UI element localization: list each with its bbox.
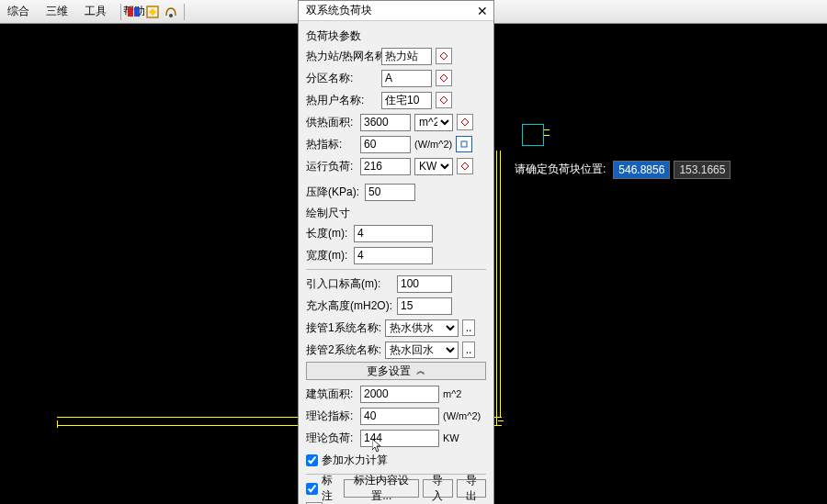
index-unit: (W/m^2): [414, 139, 452, 150]
hydraulic-checkbox[interactable]: [306, 454, 318, 466]
pick-station-icon[interactable]: [436, 48, 452, 64]
chevron-up-icon: ︽: [416, 364, 425, 377]
tindex-label: 理论指标:: [306, 409, 357, 424]
pipe2-more-icon[interactable]: ..: [462, 342, 475, 358]
tload-unit: KW: [443, 432, 459, 443]
toolbar: [118, 0, 187, 24]
svg-rect-1: [134, 7, 140, 17]
zone-input[interactable]: [381, 70, 432, 87]
dialog-titlebar[interactable]: 双系统负荷块 ✕: [299, 1, 493, 21]
prompt-label: 请确定负荷块位置:: [511, 160, 609, 179]
fill-label: 充水高度(mH2O):: [306, 298, 393, 314]
annotate-label: 标注: [322, 473, 340, 504]
index-label: 热指标:: [306, 137, 357, 152]
zone-label: 分区名称:: [306, 71, 378, 86]
tload-label: 理论负荷:: [306, 431, 357, 446]
area-input[interactable]: [360, 114, 411, 131]
divider-1: [306, 269, 486, 270]
toolbar-separator: [120, 4, 121, 20]
inlet-input[interactable]: [397, 275, 452, 293]
more-settings-button[interactable]: 更多设置 ︽: [306, 362, 486, 380]
fill-input[interactable]: [397, 297, 452, 315]
barea-input[interactable]: [360, 386, 439, 403]
length-label: 长度(m):: [306, 226, 350, 241]
more-settings-label: 更多设置: [367, 364, 411, 379]
toolbar-separator-2: [184, 4, 185, 20]
width-input[interactable]: [354, 247, 433, 264]
svg-point-3: [169, 14, 173, 17]
station-input[interactable]: [381, 48, 432, 65]
length-input[interactable]: [354, 225, 433, 242]
hydraulic-label: 参加水力计算: [322, 453, 388, 468]
barea-label: 建筑面积:: [306, 386, 357, 402]
pick-user-icon[interactable]: [436, 92, 452, 108]
pick-area-icon[interactable]: [457, 114, 473, 130]
prompt-coord-y[interactable]: 153.1665: [674, 161, 731, 179]
station-label: 热力站/热网名称:: [306, 49, 378, 64]
marker-tick-2: [544, 129, 549, 130]
pipe1-more-icon[interactable]: ..: [462, 319, 475, 336]
pipe2-label: 接管2系统名称:: [306, 342, 381, 358]
svg-rect-0: [128, 7, 133, 17]
load-unit-select[interactable]: KW: [414, 158, 453, 175]
pipe2-select[interactable]: 热水回水: [385, 342, 459, 359]
section-size-label: 绘制尺寸: [306, 206, 486, 221]
toolbar-icon-2[interactable]: [144, 4, 161, 20]
cad-tick-2: [498, 420, 504, 421]
load-label: 运行负荷:: [306, 159, 357, 174]
marker-tick: [544, 135, 549, 136]
user-input[interactable]: [381, 92, 432, 109]
annotate-content-button[interactable]: 标注内容设置...: [344, 479, 419, 498]
prompt-coord-x[interactable]: 546.8856: [613, 161, 670, 179]
user-label: 热用户名称:: [306, 93, 378, 108]
tindex-input[interactable]: [360, 408, 439, 425]
inlet-label: 引入口标高(m):: [306, 276, 393, 292]
import-button[interactable]: 导入: [423, 479, 452, 498]
barea-unit: m^2: [443, 388, 461, 399]
marker-box: [522, 124, 544, 146]
width-label: 宽度(m):: [306, 248, 350, 263]
toolbar-icon-1[interactable]: [126, 4, 142, 20]
menu-zonghe[interactable]: 综合: [4, 2, 33, 21]
menu-tools[interactable]: 工具: [81, 2, 110, 21]
load-input[interactable]: [360, 158, 411, 175]
area-label: 供热面积:: [306, 115, 357, 130]
cad-tick: [57, 420, 58, 428]
pressure-label: 压降(KPa):: [306, 185, 361, 200]
close-icon[interactable]: ✕: [475, 4, 490, 18]
pipe1-label: 接管1系统名称:: [306, 320, 381, 336]
dialog-title: 双系统负荷块: [306, 3, 372, 18]
mouse-cursor-icon: [372, 439, 383, 454]
menu-sanwei[interactable]: 三维: [42, 2, 72, 21]
index-input[interactable]: [360, 136, 411, 153]
pipe1-select[interactable]: 热水供水: [385, 319, 459, 337]
tindex-unit: (W/m^2): [443, 410, 481, 421]
pick-zone-icon[interactable]: [436, 70, 452, 86]
pressure-input[interactable]: [365, 184, 415, 201]
export-button[interactable]: 导出: [457, 479, 486, 498]
toolbar-icon-3[interactable]: [163, 4, 179, 20]
section-params-label: 负荷块参数: [306, 28, 486, 44]
pick-load-icon[interactable]: [457, 158, 473, 174]
annotate-checkbox[interactable]: [306, 483, 318, 495]
index-link-icon[interactable]: [456, 136, 472, 152]
cad-line-vert-2: [500, 151, 501, 417]
command-prompt: 请确定负荷块位置: 546.8856 153.1665: [511, 160, 731, 179]
cad-line-vert: [496, 151, 497, 426]
load-block-dialog: 双系统负荷块 ✕ 负荷块参数 热力站/热网名称: 分区名称: 热用户名称: 供热…: [298, 0, 494, 504]
svg-rect-4: [461, 141, 467, 147]
area-unit-select[interactable]: m^2: [414, 114, 453, 131]
